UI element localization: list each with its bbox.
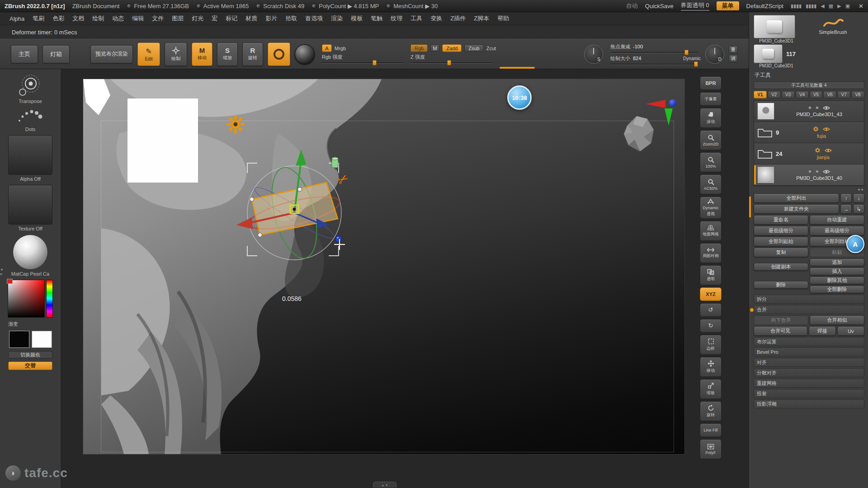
menu-item-stroke[interactable]: 笔触 (367, 14, 387, 23)
eye-icon[interactable] (823, 169, 830, 174)
quicksave-button[interactable]: QuickSave (645, 3, 674, 9)
menu-item-preferences[interactable]: 首选项 (301, 14, 327, 23)
menu-button[interactable]: 菜单 (717, 1, 739, 10)
material-sphere[interactable] (295, 44, 315, 64)
aa-half-button[interactable]: AC50% (700, 174, 722, 194)
move-down-button[interactable]: ↓ (853, 193, 864, 203)
focal-shift-slider[interactable] (610, 52, 698, 53)
subtool-folder-row[interactable]: 24 jianjia (754, 143, 864, 164)
menu-item-stencil[interactable]: 模板 (347, 14, 367, 23)
weld-button[interactable]: 焊接 (809, 326, 836, 336)
frame-button[interactable]: 边框 (700, 335, 722, 355)
project-section[interactable]: 投射 (754, 389, 864, 398)
toggle-dot-icon[interactable] (808, 170, 811, 173)
menu-item-texture[interactable]: 纹理 (387, 14, 406, 23)
menu-item-render[interactable]: 渲染 (327, 14, 347, 23)
ui-opacity-slider[interactable]: 界面透明 0 (681, 1, 709, 11)
subtool-row[interactable]: PM3D_Cube3D1_43 (754, 101, 864, 122)
new-folder-button[interactable]: 新建文件夹 (754, 204, 839, 214)
sculpt-canvas[interactable]: 10:38 (83, 79, 684, 454)
move-canvas-button[interactable]: 移动 (700, 357, 722, 377)
menu-item-document[interactable]: 文档 (68, 14, 88, 23)
edit-button[interactable]: ✎ Edit (137, 42, 160, 66)
merge-down-button[interactable]: 向下合并 (754, 315, 808, 325)
transparency-button[interactable]: 透明 (700, 265, 722, 285)
tab-v8[interactable]: V8 (851, 91, 864, 99)
move-out-folder-button[interactable]: ↳ (853, 204, 864, 214)
duplicate-button[interactable]: 创建副本 (754, 263, 808, 271)
canvas-tray-handle[interactable]: ▴ ▾ (373, 482, 396, 488)
tool-preview-thumbnail[interactable] (754, 15, 795, 38)
xyz-constraint-button[interactable]: XYZ (700, 287, 722, 301)
project-more-section[interactable]: 投影浮雕 (754, 399, 864, 408)
bevel-pro-section[interactable]: Bevel Pro (754, 347, 864, 357)
subtool-section-title[interactable]: 子工具 (754, 70, 864, 80)
draw-size-slider[interactable] (610, 64, 698, 65)
delete-all-button[interactable]: 全部删除 (810, 286, 864, 293)
tab-v1[interactable]: V1 (754, 91, 767, 99)
delete-other-button[interactable]: 删除其他 (810, 277, 864, 284)
align-section[interactable]: 对齐 (754, 358, 864, 367)
tool-slot-thumbnail[interactable] (754, 44, 783, 63)
menu-item-zscript[interactable]: Z脚本 (470, 14, 493, 23)
subtool-visible-count-slider[interactable]: 子工具可见数量 4 (754, 81, 864, 89)
switch-colors-button[interactable]: 切换颜色 (8, 351, 52, 358)
menu-item-file[interactable]: 文件 (148, 14, 168, 23)
draw-button[interactable]: 绘制 (165, 42, 187, 66)
scale-canvas-button[interactable]: 缩放 (700, 379, 722, 399)
menu-item-help[interactable]: 帮助 (493, 14, 513, 23)
menu-item-transform[interactable]: 变换 (426, 14, 446, 23)
move-gyro-button[interactable]: M移动 (192, 42, 212, 66)
toggle-dot-icon[interactable] (816, 106, 819, 109)
d-dial[interactable]: D (705, 45, 724, 64)
toggle-dot-icon[interactable] (808, 106, 811, 109)
divider-bars-icon[interactable]: ▮▮▮▮ (806, 3, 816, 9)
menu-item-picker[interactable]: 拾取 (281, 14, 301, 23)
remesh-section[interactable]: 重建网格 (754, 379, 864, 388)
menu-item-light[interactable]: 灯光 (188, 14, 208, 23)
menu-item-color[interactable]: 色彩 (48, 14, 68, 23)
preview-boolean-button[interactable]: 预览布尔渲染 (90, 45, 133, 63)
secondary-color-swatch[interactable] (32, 331, 52, 348)
subtool-scroll-arrows[interactable]: ◂ ▸ (754, 187, 864, 192)
menu-item-tool[interactable]: 工具 (406, 14, 426, 23)
append-button[interactable]: 追加 (810, 258, 864, 266)
insert-button[interactable]: 插入 (810, 267, 864, 275)
current-brush-button[interactable] (268, 42, 290, 66)
menu-item-brush[interactable]: 笔刷 (28, 14, 48, 23)
mini-top-button[interactable]: 重 (729, 46, 738, 53)
alpha-selector[interactable]: Alpha Off (7, 135, 53, 182)
tab-v5[interactable]: V5 (810, 91, 823, 99)
mrgb-label[interactable]: Mrgb (335, 46, 346, 51)
gear-icon[interactable] (813, 126, 819, 132)
local-symmetry-button[interactable]: 局部对称 (700, 243, 722, 263)
eye-icon[interactable] (823, 106, 830, 110)
menu-item-dynamics[interactable]: 动态 (108, 14, 128, 23)
spix-slider[interactable]: 子像素 (700, 92, 722, 106)
zsub-button[interactable]: Zsub (464, 44, 483, 52)
zadd-button[interactable]: Zadd (442, 44, 462, 52)
split-section[interactable]: 拆分 (754, 295, 864, 304)
gradient-label[interactable]: 渐变 (8, 321, 52, 328)
eye-icon[interactable] (825, 148, 832, 153)
material-selector[interactable]: MatCap Pearl Ca (7, 235, 53, 277)
left-tray-divider-arrows[interactable]: ◂ ▸ (0, 267, 3, 276)
copy-button[interactable]: 复制 (754, 248, 808, 257)
scroll-button[interactable]: 滚动 (700, 108, 722, 128)
subtool-folder-row[interactable]: 9 fujia (754, 122, 864, 143)
gear-icon[interactable] (815, 147, 821, 153)
lowest-subdiv-button[interactable]: 最低级细分 (754, 226, 808, 235)
line-fill-button[interactable]: Line Fill (700, 423, 722, 437)
all-to-start-button[interactable]: 全部到起始 (754, 237, 808, 246)
menu-item-marker[interactable]: 标记 (222, 14, 241, 23)
avatar[interactable]: A (846, 235, 864, 253)
dock-left-icon[interactable]: ◀ (821, 3, 824, 9)
layout-box-icon[interactable]: ▣ (845, 3, 850, 9)
rotate-right-button[interactable]: ↻ (700, 319, 722, 333)
toggle-dot-icon[interactable] (816, 170, 819, 173)
menu-item-movie[interactable]: 影片 (261, 14, 281, 23)
rotate-gyro-button[interactable]: R旋转 (242, 42, 263, 66)
menu-item-alpha[interactable]: Alpha (5, 15, 28, 22)
subtool-row-selected[interactable]: PM3D_Cube3D1_40 (754, 164, 864, 186)
floor-grid-button[interactable]: 地面网格 (700, 221, 722, 241)
